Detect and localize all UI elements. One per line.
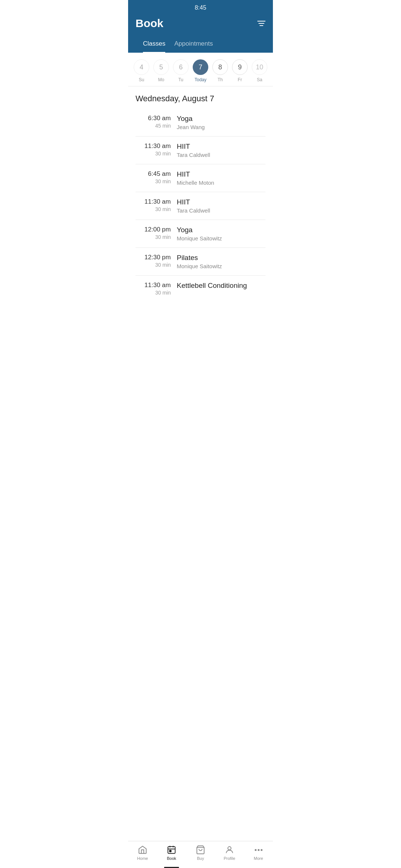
class-info: Yoga Monique Saitowitz <box>177 226 265 241</box>
calendar-strip: 4 Su 5 Mo 6 Tu 7 Today 8 Th 9 Fr 10 Sa <box>128 53 273 86</box>
filter-line-3 <box>260 25 263 26</box>
class-info: Kettlebell Conditioning <box>177 282 265 290</box>
list-item[interactable]: 11:30 am 30 min HIIT Tara Caldwell <box>136 192 265 220</box>
class-time: 6:45 am 30 min <box>136 170 171 184</box>
class-time: 11:30 am 30 min <box>136 198 171 212</box>
day-number-6: 6 <box>173 59 189 75</box>
list-item[interactable]: 6:30 am 45 min Yoga Jean Wang <box>136 109 265 137</box>
calendar-day-4[interactable]: 4 Su <box>133 59 150 82</box>
day-number-7: 7 <box>193 59 208 75</box>
day-label-6: Tu <box>178 77 183 82</box>
day-number-10: 10 <box>252 59 267 75</box>
status-time: 8:45 <box>195 4 206 11</box>
calendar-day-7[interactable]: 7 Today <box>192 59 209 82</box>
status-bar: 8:45 <box>128 0 273 13</box>
day-label-7: Today <box>195 77 206 82</box>
day-number-5: 5 <box>153 59 169 75</box>
tabs-container: Classes Appointments <box>136 36 265 53</box>
class-info: HIIT Tara Caldwell <box>177 142 265 158</box>
calendar-day-10[interactable]: 10 Sa <box>251 59 268 82</box>
calendar-day-9[interactable]: 9 Fr <box>231 59 249 82</box>
day-number-9: 9 <box>232 59 248 75</box>
tab-classes[interactable]: Classes <box>143 36 165 53</box>
day-label-9: Fr <box>238 77 242 82</box>
header-top: Book <box>136 17 265 36</box>
day-number-4: 4 <box>134 59 149 75</box>
date-heading: Wednesday, August 7 <box>128 86 273 109</box>
list-item[interactable]: 6:45 am 30 min HIIT Michelle Moton <box>136 164 265 192</box>
header: Book Classes Appointments <box>128 13 273 53</box>
day-label-4: Su <box>139 77 144 82</box>
class-time: 11:30 am 30 min <box>136 142 171 157</box>
day-label-8: Th <box>218 77 223 82</box>
class-time: 6:30 am 45 min <box>136 115 171 129</box>
class-info: HIIT Tara Caldwell <box>177 198 265 214</box>
class-info: Yoga Jean Wang <box>177 115 265 130</box>
class-info: Pilates Monique Saitowitz <box>177 254 265 269</box>
day-label-10: Sa <box>257 77 263 82</box>
class-info: HIIT Michelle Moton <box>177 170 265 186</box>
filter-icon[interactable] <box>257 21 265 26</box>
class-time: 12:30 pm 30 min <box>136 254 171 268</box>
calendar-day-6[interactable]: 6 Tu <box>172 59 190 82</box>
tab-appointments[interactable]: Appointments <box>174 36 213 53</box>
calendar-day-5[interactable]: 5 Mo <box>152 59 170 82</box>
day-label-5: Mo <box>158 77 164 82</box>
class-time: 12:00 pm 30 min <box>136 226 171 240</box>
class-time: 11:30 am 30 min <box>136 282 171 296</box>
filter-line-2 <box>258 23 264 24</box>
list-item[interactable]: 12:30 pm 30 min Pilates Monique Saitowit… <box>136 248 265 276</box>
day-number-8: 8 <box>212 59 228 75</box>
list-item[interactable]: 11:30 am 30 min HIIT Tara Caldwell <box>136 137 265 164</box>
list-item[interactable]: 11:30 am 30 min Kettlebell Conditioning <box>136 276 265 302</box>
page-title: Book <box>136 17 163 30</box>
filter-line-1 <box>257 21 265 22</box>
list-item[interactable]: 12:00 pm 30 min Yoga Monique Saitowitz <box>136 220 265 248</box>
calendar-day-8[interactable]: 8 Th <box>211 59 229 82</box>
class-list: 6:30 am 45 min Yoga Jean Wang 11:30 am 3… <box>128 109 273 302</box>
main-content: 4 Su 5 Mo 6 Tu 7 Today 8 Th 9 Fr 10 Sa W… <box>128 53 273 331</box>
